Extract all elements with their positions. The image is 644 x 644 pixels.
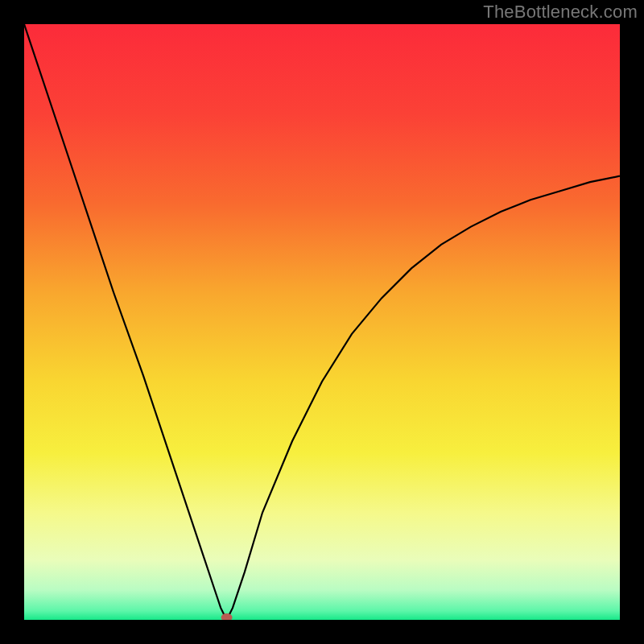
bottleneck-curve [24,24,620,620]
chart-frame: TheBottleneck.com [0,0,644,644]
plot-area [24,24,620,620]
optimum-marker [221,613,233,620]
curve-path [24,24,620,620]
watermark-text: TheBottleneck.com [483,2,638,23]
